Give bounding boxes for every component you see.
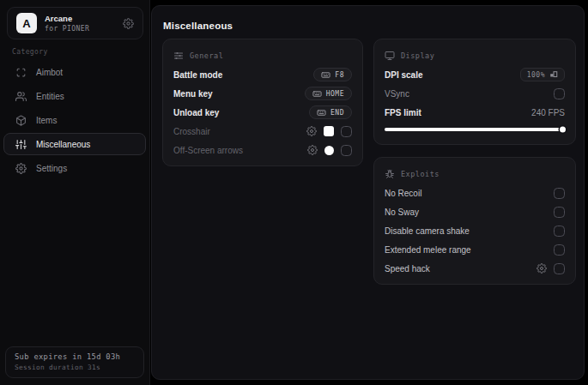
vsync-checkbox[interactable] xyxy=(554,88,565,99)
fps-limit-slider[interactable] xyxy=(385,128,565,131)
slider-knob[interactable] xyxy=(560,127,566,133)
sidebar-item-label: Entities xyxy=(36,92,64,101)
panel-display: Display DPI scale 100% VSync FPS limit xyxy=(373,39,576,145)
column-right: Display DPI scale 100% VSync FPS limit xyxy=(373,39,576,297)
row-menu-key: Menu key HOME xyxy=(163,84,362,103)
panel-general-title: General xyxy=(163,44,362,65)
panel-display-title: Display xyxy=(374,44,575,65)
row-label: VSync xyxy=(385,89,409,99)
fps-limit-value: 240 FPS xyxy=(531,108,565,117)
sliders-icon xyxy=(15,139,27,150)
brand-card: A Arcane for PIONER xyxy=(7,7,143,39)
sidebar-item-items[interactable]: Items xyxy=(3,109,146,131)
app-name: Arcane xyxy=(45,14,89,25)
gear-icon[interactable] xyxy=(123,18,134,29)
entities-icon xyxy=(15,91,27,102)
sidebar-item-label: Aimbot xyxy=(36,68,63,77)
row-label: Off-Screen arrows xyxy=(173,146,243,155)
sidebar-item-aimbot[interactable]: Aimbot xyxy=(3,61,146,83)
battle-mode-keybind[interactable]: F8 xyxy=(313,68,352,81)
app-subtitle: for PIONER xyxy=(45,25,89,33)
panel-title-label: General xyxy=(190,51,223,60)
speed-hack-checkbox[interactable] xyxy=(554,263,565,274)
category-label: Category xyxy=(12,48,48,56)
row-label: Disable camera shake xyxy=(385,226,470,236)
box-icon xyxy=(15,115,27,126)
sidebar-item-entities[interactable]: Entities xyxy=(3,85,146,107)
panel-general: General Battle mode F8 Menu key xyxy=(162,39,363,166)
row-label: Extended melee range xyxy=(385,245,471,255)
keyboard-icon xyxy=(321,70,330,80)
extended-melee-range-checkbox[interactable] xyxy=(554,244,565,256)
row-label: FPS limit xyxy=(385,108,421,117)
sidebar-item-label: Settings xyxy=(36,164,67,173)
keyboard-icon xyxy=(312,89,322,99)
column-left: General Battle mode F8 Menu key xyxy=(162,39,363,178)
keybind-value: HOME xyxy=(326,90,344,98)
row-no-recoil: No Recoil xyxy=(374,183,575,202)
row-speed-hack: Speed hack xyxy=(374,259,575,278)
sidebar: A Arcane for PIONER Category Aimbot Enti… xyxy=(0,0,150,385)
dpi-scale-value: 100% xyxy=(527,71,545,79)
row-label: Menu key xyxy=(173,89,213,99)
row-label: No Sway xyxy=(385,208,419,217)
row-battle-mode: Battle mode F8 xyxy=(163,65,362,84)
panel-exploits: Exploits No Recoil No Sway Disable camer… xyxy=(373,157,576,285)
row-label: Speed hack xyxy=(385,264,430,274)
gear-icon[interactable] xyxy=(307,145,318,155)
row-crosshair: Crosshair xyxy=(163,122,362,141)
sliders-icon xyxy=(173,51,184,61)
scale-icon xyxy=(549,70,558,79)
row-fps-limit: FPS limit 240 FPS xyxy=(374,103,575,122)
row-label: No Recoil xyxy=(385,189,421,198)
sub-expiry-text: Sub expires in 15d 03h xyxy=(15,352,135,361)
offscreen-arrows-color-swatch[interactable] xyxy=(324,146,334,155)
row-label: Crosshair xyxy=(173,127,210,136)
gear-icon[interactable] xyxy=(536,263,547,274)
crosshair-color-swatch[interactable] xyxy=(324,126,334,136)
session-duration-text: Session duration 31s xyxy=(15,364,135,371)
keyboard-icon xyxy=(317,108,326,117)
bug-icon xyxy=(385,169,395,179)
row-label: DPI scale xyxy=(385,70,422,80)
keybind-value: END xyxy=(330,109,344,117)
sidebar-item-label: Items xyxy=(36,116,57,125)
row-vsync: VSync xyxy=(374,84,575,103)
row-extended-melee-range: Extended melee range xyxy=(374,240,575,259)
gear-icon[interactable] xyxy=(306,126,317,136)
scan-icon xyxy=(15,67,27,78)
sidebar-item-miscellaneous[interactable]: Miscellaneous xyxy=(3,133,146,155)
no-recoil-checkbox[interactable] xyxy=(554,188,565,199)
dpi-scale-badge[interactable]: 100% xyxy=(520,68,565,81)
subscription-info: Sub expires in 15d 03h Session duration … xyxy=(5,346,144,378)
row-offscreen-arrows: Off-Screen arrows xyxy=(163,141,362,159)
page-title: Miscellaneous xyxy=(163,21,233,31)
slider-fill xyxy=(385,128,561,131)
panel-exploits-title: Exploits xyxy=(374,162,575,183)
no-sway-checkbox[interactable] xyxy=(554,207,565,218)
sidebar-nav: Aimbot Entities Items Miscellaneous Sett… xyxy=(3,61,146,181)
row-disable-camera-shake: Disable camera shake xyxy=(374,221,575,240)
disable-camera-shake-checkbox[interactable] xyxy=(554,226,565,237)
sidebar-item-settings[interactable]: Settings xyxy=(3,157,146,179)
row-dpi-scale: DPI scale 100% xyxy=(374,65,575,84)
app-logo: A xyxy=(16,13,37,33)
keybind-value: F8 xyxy=(335,71,344,79)
sidebar-item-label: Miscellaneous xyxy=(36,140,90,149)
monitor-icon xyxy=(385,51,395,61)
brand-text: Arcane for PIONER xyxy=(45,14,89,33)
menu-key-keybind[interactable]: HOME xyxy=(305,87,352,100)
row-label: Unload key xyxy=(173,108,219,117)
panel-title-label: Display xyxy=(401,51,434,60)
crosshair-checkbox[interactable] xyxy=(341,126,352,137)
main-content: Miscellaneous General Battle mode F8 xyxy=(151,5,585,380)
row-unload-key: Unload key END xyxy=(163,103,362,122)
offscreen-arrows-checkbox[interactable] xyxy=(341,145,352,156)
gear-icon xyxy=(15,163,27,174)
panel-title-label: Exploits xyxy=(401,170,439,178)
row-label: Battle mode xyxy=(173,70,222,80)
unload-key-keybind[interactable]: END xyxy=(309,105,352,119)
row-no-sway: No Sway xyxy=(374,202,575,221)
